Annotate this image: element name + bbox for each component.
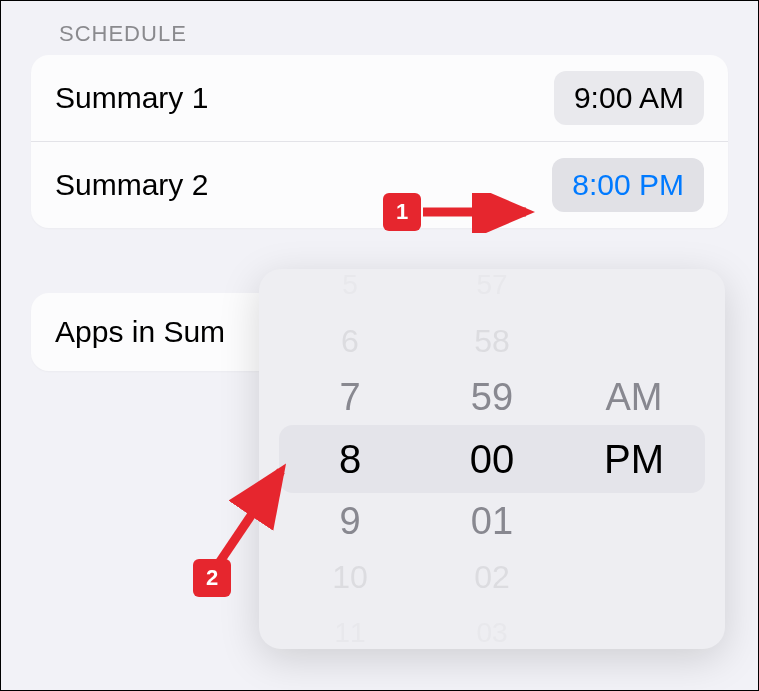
hour-option[interactable]: 5 xyxy=(320,269,380,313)
period-option-am[interactable]: AM xyxy=(604,369,664,425)
hour-option-selected[interactable]: 8 xyxy=(320,425,380,493)
section-header-schedule: SCHEDULE xyxy=(31,21,728,47)
schedule-row-1-label: Summary 1 xyxy=(55,81,208,115)
hour-option[interactable]: 10 xyxy=(320,549,380,605)
minute-option-selected[interactable]: 00 xyxy=(462,425,522,493)
callout-badge-1: 1 xyxy=(383,193,421,231)
schedule-row-1[interactable]: Summary 1 9:00 AM xyxy=(31,55,728,141)
schedule-row-2-time-button[interactable]: 8:00 PM xyxy=(552,158,704,212)
minute-option[interactable]: 02 xyxy=(462,549,522,605)
hour-option[interactable]: 11 xyxy=(320,605,380,649)
hour-picker-column[interactable]: 5 6 7 8 9 10 11 xyxy=(279,269,421,649)
hour-option[interactable]: 6 xyxy=(320,313,380,369)
minute-picker-column[interactable]: 57 58 59 00 01 02 03 xyxy=(421,269,563,649)
apps-in-summary-label: Apps in Sum xyxy=(55,315,225,348)
minute-option[interactable]: 03 xyxy=(462,605,522,649)
period-option-pm-selected[interactable]: PM xyxy=(604,425,664,493)
schedule-list: Summary 1 9:00 AM Summary 2 8:00 PM xyxy=(31,55,728,228)
schedule-row-2[interactable]: Summary 2 8:00 PM xyxy=(31,141,728,228)
hour-option[interactable]: 7 xyxy=(320,369,380,425)
hour-option[interactable]: 9 xyxy=(320,493,380,549)
time-picker-popup: 5 6 7 8 9 10 11 57 58 59 00 01 02 03 . .… xyxy=(259,269,725,649)
minute-option[interactable]: 58 xyxy=(462,313,522,369)
minute-option[interactable]: 01 xyxy=(462,493,522,549)
schedule-row-2-label: Summary 2 xyxy=(55,168,208,202)
minute-option[interactable]: 59 xyxy=(462,369,522,425)
callout-badge-2: 2 xyxy=(193,559,231,597)
minute-option[interactable]: 57 xyxy=(462,269,522,313)
schedule-row-1-time-button[interactable]: 9:00 AM xyxy=(554,71,704,125)
period-picker-column[interactable]: . . AM PM . . . xyxy=(563,269,705,649)
